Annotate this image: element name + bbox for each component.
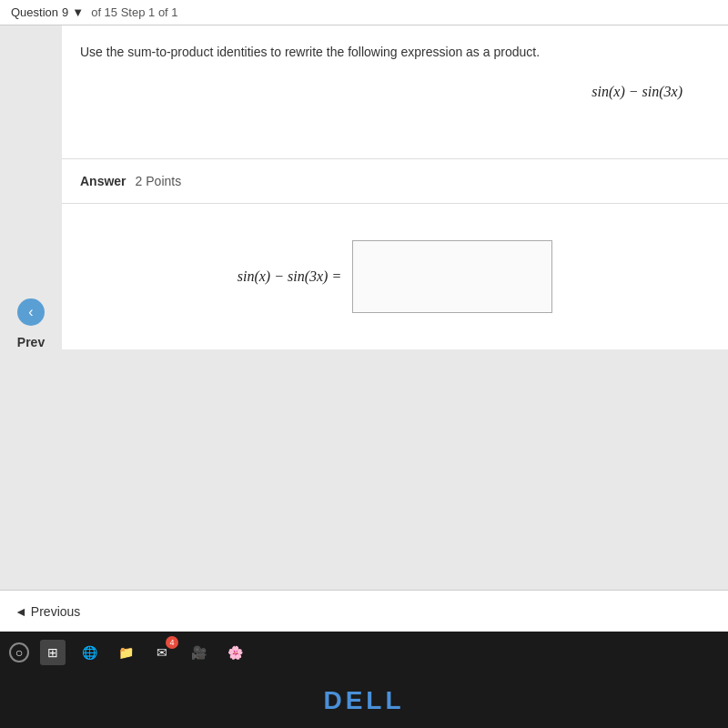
dell-logo: DELL xyxy=(323,686,404,715)
bottom-area xyxy=(0,349,728,590)
previous-button[interactable]: ◄ Previous xyxy=(15,604,80,619)
previous-label: Previous xyxy=(31,604,80,619)
camera-icon[interactable]: 🎥 xyxy=(186,640,211,665)
dell-bar: DELL xyxy=(0,673,728,728)
left-sidebar: ‹ Prev xyxy=(0,25,62,349)
start-button[interactable]: ○ xyxy=(9,642,29,662)
equation-lhs: sin(x) − sin(3x) = xyxy=(238,268,341,285)
chevron-down-icon: ▼ xyxy=(72,5,84,19)
question-instruction: Use the sum-to-product identities to rew… xyxy=(62,25,728,159)
answer-input-area: sin(x) − sin(3x) = xyxy=(62,204,728,349)
header-bar: Question 9 ▼ of 15 Step 1 of 1 xyxy=(0,0,728,25)
question-label: Question xyxy=(11,5,58,19)
question-selector: Question 9 ▼ xyxy=(11,5,84,19)
folder-icon[interactable]: 📁 xyxy=(113,640,138,665)
mail-icon[interactable]: ✉ 4 xyxy=(149,640,175,665)
question-number: 9 xyxy=(62,5,68,19)
answer-section: Answer 2 Points xyxy=(62,159,728,204)
dell-logo-highlight: D xyxy=(323,686,345,714)
previous-arrow-icon: ◄ xyxy=(15,604,27,619)
question-expression: sin(x) − sin(3x) xyxy=(592,84,682,99)
prev-label[interactable]: Prev xyxy=(17,335,45,349)
back-arrow-button[interactable]: ‹ xyxy=(17,298,45,326)
step-label: of 15 Step 1 of 1 xyxy=(91,5,177,19)
points-label: 2 Points xyxy=(136,174,182,188)
chevron-left-icon: ‹ xyxy=(28,304,33,320)
content-area: ‹ Prev Use the sum-to-product identities… xyxy=(0,25,728,349)
answer-header: Answer 2 Points xyxy=(80,174,710,188)
question-dropdown[interactable]: ▼ xyxy=(72,5,84,19)
taskbar: ○ ⊞ 🌐 📁 ✉ 4 🎥 🌸 xyxy=(0,632,728,673)
search-button[interactable]: ⊞ xyxy=(40,640,66,665)
previous-bar: ◄ Previous xyxy=(0,590,728,632)
flower-icon[interactable]: 🌸 xyxy=(222,640,248,665)
edge-icon[interactable]: 🌐 xyxy=(76,640,102,665)
answer-label: Answer xyxy=(80,174,126,188)
dell-logo-text: ELL xyxy=(346,686,405,714)
instruction-text: Use the sum-to-product identities to rew… xyxy=(80,45,540,59)
answer-box[interactable] xyxy=(352,240,552,313)
question-panel: Use the sum-to-product identities to rew… xyxy=(62,25,728,349)
mail-badge: 4 xyxy=(166,636,178,649)
